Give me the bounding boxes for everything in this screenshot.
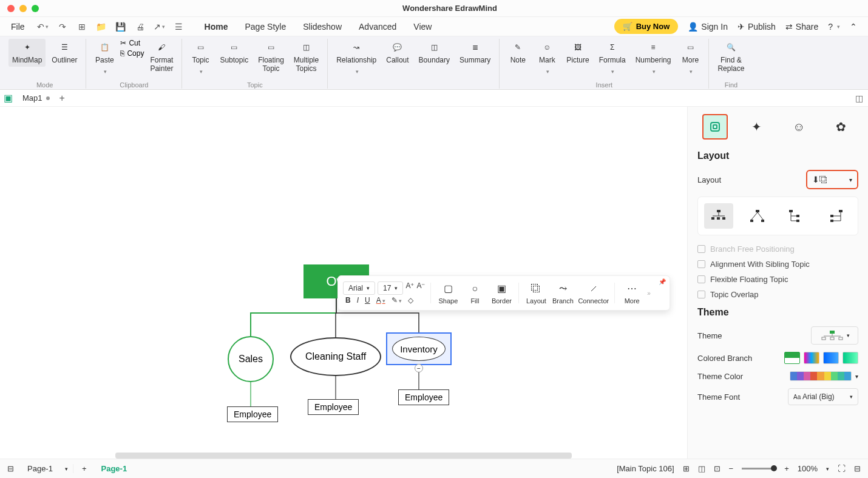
print-button[interactable]: 🖨 — [134, 21, 146, 33]
note-button[interactable]: ✎Note — [504, 39, 531, 67]
node-cleaning-staff[interactable]: Cleaning Staff — [290, 337, 381, 376]
side-tab-clipart[interactable]: ✿ — [828, 114, 853, 140]
side-tab-layout[interactable] — [702, 114, 728, 140]
find-replace-button[interactable]: 🔍Find & Replace — [714, 39, 748, 76]
pane-toggle-icon[interactable]: ⊟ — [7, 464, 14, 473]
fullscreen-button[interactable]: ⛶ — [838, 464, 846, 473]
collapse-node-button[interactable]: − — [415, 364, 423, 372]
picture-button[interactable]: 🖼Picture — [563, 39, 592, 67]
layout-option-2[interactable] — [743, 203, 772, 229]
fill-button[interactable]: ○Fill — [463, 282, 486, 305]
underline-button[interactable]: U — [365, 296, 370, 305]
export-button[interactable]: ↗ — [154, 21, 166, 33]
buy-now-button[interactable]: 🛒Buy Now — [614, 19, 679, 34]
view-mode-2-icon[interactable]: ◫ — [698, 464, 705, 473]
paste-button[interactable]: 📋Paste — [91, 39, 118, 78]
numbering-button[interactable]: ≡Numbering — [632, 39, 675, 78]
theme-dropdown[interactable]: ▾ — [811, 326, 858, 345]
copy-button[interactable]: ⎘Copy — [120, 49, 144, 58]
open-button[interactable]: 📁 — [95, 21, 107, 33]
font-shrink-button[interactable]: A⁻ — [416, 281, 425, 295]
branch-button[interactable]: ⤳Branch — [551, 282, 574, 305]
font-family-select[interactable]: Arial▾ — [343, 281, 375, 295]
font-grow-button[interactable]: A⁺ — [405, 281, 414, 295]
font-color-button[interactable]: A — [376, 296, 385, 305]
close-window-button[interactable] — [7, 5, 15, 12]
redo-button[interactable]: ↷ — [56, 21, 69, 33]
theme-font-dropdown[interactable]: Aa Arial (Big)▾ — [788, 388, 858, 405]
border-button[interactable]: ▣Border — [490, 282, 513, 305]
layout-button[interactable]: ⿻Layout — [524, 282, 548, 305]
topic-overlap-checkbox[interactable]: Topic Overlap — [688, 287, 868, 302]
help-button[interactable]: ? — [828, 22, 840, 32]
save-button[interactable]: 💾 — [115, 21, 127, 33]
multiple-topics-button[interactable]: ◫Multiple Topics — [290, 39, 322, 76]
italic-button[interactable]: I — [357, 296, 359, 305]
layout-dropdown[interactable]: ⬇⿻▾ — [806, 170, 858, 189]
topic-button[interactable]: ▭Topic — [187, 39, 214, 78]
shape-button[interactable]: ▢Shape — [436, 282, 459, 305]
layout-option-3[interactable] — [782, 203, 811, 229]
zoom-slider[interactable] — [742, 468, 776, 470]
clear-format-button[interactable]: ◇ — [408, 296, 413, 305]
sign-in-button[interactable]: 👤Sign In — [688, 22, 728, 32]
more-tools-button[interactable]: ⋯More — [620, 282, 643, 305]
side-tab-style[interactable]: ✦ — [744, 114, 770, 140]
colored-branch-swatch-4[interactable] — [843, 352, 858, 364]
node-employee-3[interactable]: Employee — [398, 389, 449, 405]
view-mode-1-icon[interactable]: ⊞ — [683, 464, 690, 473]
alignment-sibling-checkbox[interactable]: Alignment With Sibling Topic — [688, 257, 868, 272]
highlight-button[interactable]: ✎ — [392, 296, 402, 305]
node-employee-1[interactable]: Employee — [227, 406, 278, 422]
node-sales[interactable]: Sales — [228, 336, 274, 382]
undo-button[interactable]: ↶ — [37, 21, 49, 33]
tab-page-style[interactable]: Page Style — [243, 19, 287, 34]
formula-button[interactable]: ΣFormula — [595, 39, 629, 78]
side-tab-emoji[interactable]: ☺ — [786, 114, 812, 140]
tab-view[interactable]: View — [412, 19, 433, 34]
node-employee-2[interactable]: Employee — [308, 399, 359, 415]
connector-button[interactable]: ⟋Connector — [578, 282, 609, 305]
layout-option-1[interactable] — [704, 203, 733, 229]
add-doc-tab-button[interactable]: + — [59, 93, 65, 104]
callout-button[interactable]: 💬Callout — [382, 39, 412, 67]
relationship-button[interactable]: ↝Relationship — [333, 39, 380, 78]
flexible-floating-checkbox[interactable]: Flexible Floating Topic — [688, 272, 868, 287]
new-button[interactable]: ⊞ — [76, 21, 88, 33]
page-select[interactable]: Page-1▾ — [22, 464, 73, 473]
toggle-side-panel-button[interactable]: ◫ — [855, 93, 863, 103]
horizontal-scrollbar[interactable] — [115, 453, 572, 459]
boundary-button[interactable]: ◫Boundary — [415, 39, 453, 67]
theme-color-chevron-icon[interactable]: ▾ — [855, 373, 858, 380]
file-menu[interactable]: File — [11, 22, 25, 32]
fit-button[interactable]: ⊟ — [854, 464, 861, 473]
floating-topic-button[interactable]: ▭Floating Topic — [254, 39, 288, 76]
colored-branch-swatch-1[interactable] — [784, 352, 800, 364]
doc-tab-map1[interactable]: Map1 — [19, 93, 53, 103]
zoom-out-button[interactable]: − — [729, 464, 734, 473]
font-size-select[interactable]: 17▾ — [378, 281, 403, 295]
maximize-window-button[interactable] — [32, 5, 39, 12]
minimize-window-button[interactable] — [19, 5, 27, 12]
collapse-ribbon-button[interactable]: ⌃ — [850, 22, 857, 32]
tab-advanced[interactable]: Advanced — [358, 19, 398, 34]
more-button[interactable]: ▭More — [677, 39, 704, 78]
add-page-button[interactable]: + — [82, 464, 87, 473]
colored-branch-swatch-3[interactable] — [823, 352, 839, 364]
summary-button[interactable]: ≣Summary — [456, 39, 494, 67]
view-mode-3-icon[interactable]: ⊡ — [714, 464, 721, 473]
layout-option-4[interactable] — [821, 203, 850, 229]
publish-button[interactable]: ✈Publish — [737, 22, 776, 32]
mark-button[interactable]: ☺Mark — [534, 39, 560, 78]
bold-button[interactable]: B — [345, 296, 351, 305]
mindmap-button[interactable]: ✦MindMap — [8, 39, 46, 67]
outliner-button[interactable]: ☰Outliner — [48, 39, 81, 67]
options-button[interactable]: ☰ — [173, 21, 185, 33]
canvas[interactable]: Ow Sales Cleaning Staff Inventory − Empl… — [0, 107, 687, 459]
subtopic-button[interactable]: ▭Subtopic — [216, 39, 252, 67]
pin-icon[interactable]: 📌 — [659, 278, 666, 285]
expand-toolbar-button[interactable]: » — [647, 290, 651, 297]
tab-home[interactable]: Home — [203, 19, 229, 34]
cut-button[interactable]: ✂Cut — [120, 39, 144, 47]
node-inventory-selected[interactable]: Inventory — [386, 332, 452, 365]
